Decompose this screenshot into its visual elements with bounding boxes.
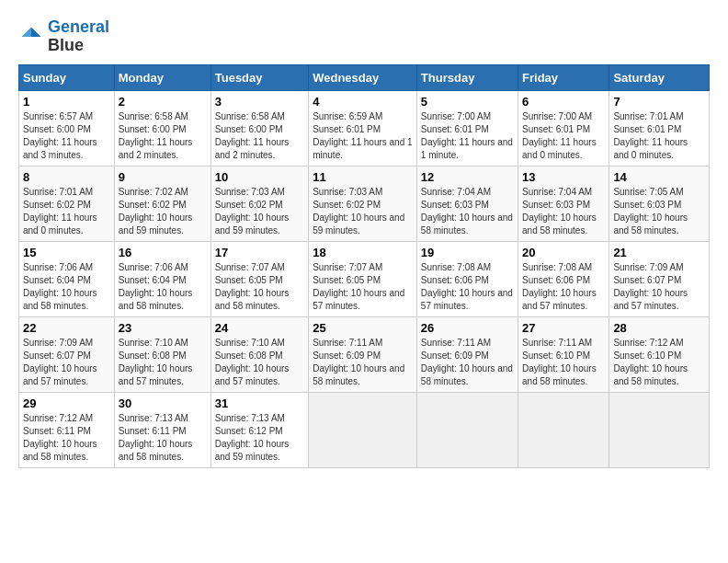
- col-header-friday: Friday: [518, 64, 609, 90]
- day-number: 25: [313, 321, 413, 335]
- day-number: 11: [313, 170, 413, 184]
- day-number: 4: [313, 95, 413, 109]
- day-cell: 19Sunrise: 7:08 AMSunset: 6:06 PMDayligh…: [416, 241, 518, 316]
- day-number: 5: [421, 95, 514, 109]
- day-info: Sunrise: 6:58 AMSunset: 6:00 PMDaylight:…: [215, 110, 304, 162]
- day-info: Sunrise: 7:04 AMSunset: 6:03 PMDaylight:…: [522, 186, 605, 237]
- week-row-4: 22Sunrise: 7:09 AMSunset: 6:07 PMDayligh…: [19, 316, 710, 392]
- day-info: Sunrise: 7:07 AMSunset: 6:05 PMDaylight:…: [313, 261, 413, 313]
- day-info: Sunrise: 7:10 AMSunset: 6:08 PMDaylight:…: [119, 337, 207, 388]
- day-number: 6: [522, 95, 605, 109]
- day-number: 7: [613, 95, 705, 109]
- day-cell: 27Sunrise: 7:11 AMSunset: 6:10 PMDayligh…: [518, 316, 609, 392]
- day-number: 28: [613, 321, 705, 335]
- week-row-5: 29Sunrise: 7:12 AMSunset: 6:11 PMDayligh…: [19, 392, 710, 467]
- day-number: 29: [23, 396, 110, 410]
- col-header-wednesday: Wednesday: [309, 64, 417, 90]
- day-number: 20: [522, 246, 605, 259]
- svg-marker-0: [31, 27, 41, 37]
- calendar-table: SundayMondayTuesdayWednesdayThursdayFrid…: [18, 64, 710, 468]
- day-info: Sunrise: 7:00 AMSunset: 6:01 PMDaylight:…: [421, 110, 514, 162]
- day-info: Sunrise: 7:06 AMSunset: 6:04 PMDaylight:…: [23, 261, 110, 313]
- day-number: 30: [119, 396, 207, 410]
- day-cell: [309, 392, 417, 467]
- page-header: General Blue: [18, 18, 710, 55]
- day-info: Sunrise: 7:13 AMSunset: 6:11 PMDaylight:…: [119, 412, 207, 464]
- logo-icon: [18, 24, 44, 50]
- day-info: Sunrise: 7:11 AMSunset: 6:09 PMDaylight:…: [313, 337, 413, 388]
- week-row-1: 1Sunrise: 6:57 AMSunset: 6:00 PMDaylight…: [19, 90, 710, 166]
- day-cell: 18Sunrise: 7:07 AMSunset: 6:05 PMDayligh…: [309, 241, 417, 316]
- day-cell: 26Sunrise: 7:11 AMSunset: 6:09 PMDayligh…: [416, 316, 518, 392]
- day-number: 31: [215, 396, 304, 410]
- day-number: 3: [215, 95, 304, 109]
- day-number: 18: [313, 246, 413, 259]
- day-info: Sunrise: 7:10 AMSunset: 6:08 PMDaylight:…: [215, 337, 304, 388]
- day-cell: 8Sunrise: 7:01 AMSunset: 6:02 PMDaylight…: [19, 166, 115, 241]
- day-info: Sunrise: 6:59 AMSunset: 6:01 PMDaylight:…: [313, 110, 413, 162]
- day-number: 12: [421, 170, 514, 184]
- day-cell: 24Sunrise: 7:10 AMSunset: 6:08 PMDayligh…: [210, 316, 308, 392]
- day-cell: 1Sunrise: 6:57 AMSunset: 6:00 PMDaylight…: [19, 90, 115, 166]
- svg-marker-1: [22, 27, 32, 37]
- calendar-header-row: SundayMondayTuesdayWednesdayThursdayFrid…: [19, 64, 710, 90]
- day-cell: [518, 392, 609, 467]
- col-header-sunday: Sunday: [19, 64, 115, 90]
- day-info: Sunrise: 7:05 AMSunset: 6:03 PMDaylight:…: [613, 186, 705, 237]
- day-info: Sunrise: 7:08 AMSunset: 6:06 PMDaylight:…: [522, 261, 605, 313]
- day-cell: 28Sunrise: 7:12 AMSunset: 6:10 PMDayligh…: [609, 316, 710, 392]
- day-number: 22: [23, 321, 110, 335]
- day-cell: 9Sunrise: 7:02 AMSunset: 6:02 PMDaylight…: [114, 166, 210, 241]
- day-number: 23: [119, 321, 207, 335]
- logo-text: General Blue: [48, 18, 109, 55]
- day-info: Sunrise: 7:13 AMSunset: 6:12 PMDaylight:…: [215, 412, 304, 464]
- day-cell: 17Sunrise: 7:07 AMSunset: 6:05 PMDayligh…: [210, 241, 308, 316]
- day-cell: 3Sunrise: 6:58 AMSunset: 6:00 PMDaylight…: [210, 90, 308, 166]
- day-info: Sunrise: 7:11 AMSunset: 6:10 PMDaylight:…: [522, 337, 605, 388]
- day-cell: 12Sunrise: 7:04 AMSunset: 6:03 PMDayligh…: [416, 166, 518, 241]
- day-info: Sunrise: 6:57 AMSunset: 6:00 PMDaylight:…: [23, 110, 110, 162]
- day-cell: 31Sunrise: 7:13 AMSunset: 6:12 PMDayligh…: [210, 392, 308, 467]
- day-number: 21: [613, 246, 705, 259]
- day-cell: 23Sunrise: 7:10 AMSunset: 6:08 PMDayligh…: [114, 316, 210, 392]
- day-info: Sunrise: 7:02 AMSunset: 6:02 PMDaylight:…: [119, 186, 207, 237]
- day-cell: 29Sunrise: 7:12 AMSunset: 6:11 PMDayligh…: [19, 392, 115, 467]
- day-number: 15: [23, 246, 110, 259]
- logo: General Blue: [18, 18, 109, 55]
- day-cell: 15Sunrise: 7:06 AMSunset: 6:04 PMDayligh…: [19, 241, 115, 316]
- day-info: Sunrise: 7:07 AMSunset: 6:05 PMDaylight:…: [215, 261, 304, 313]
- day-cell: 20Sunrise: 7:08 AMSunset: 6:06 PMDayligh…: [518, 241, 609, 316]
- day-cell: 5Sunrise: 7:00 AMSunset: 6:01 PMDaylight…: [416, 90, 518, 166]
- day-cell: 6Sunrise: 7:00 AMSunset: 6:01 PMDaylight…: [518, 90, 609, 166]
- day-info: Sunrise: 7:00 AMSunset: 6:01 PMDaylight:…: [522, 110, 605, 162]
- day-cell: 14Sunrise: 7:05 AMSunset: 6:03 PMDayligh…: [609, 166, 710, 241]
- day-info: Sunrise: 7:03 AMSunset: 6:02 PMDaylight:…: [313, 186, 413, 237]
- day-info: Sunrise: 7:03 AMSunset: 6:02 PMDaylight:…: [215, 186, 304, 237]
- day-number: 19: [421, 246, 514, 259]
- day-cell: 13Sunrise: 7:04 AMSunset: 6:03 PMDayligh…: [518, 166, 609, 241]
- day-number: 16: [119, 246, 207, 259]
- day-info: Sunrise: 7:11 AMSunset: 6:09 PMDaylight:…: [421, 337, 514, 388]
- day-info: Sunrise: 6:58 AMSunset: 6:00 PMDaylight:…: [119, 110, 207, 162]
- day-number: 17: [215, 246, 304, 259]
- week-row-3: 15Sunrise: 7:06 AMSunset: 6:04 PMDayligh…: [19, 241, 710, 316]
- day-cell: 30Sunrise: 7:13 AMSunset: 6:11 PMDayligh…: [114, 392, 210, 467]
- day-cell: [416, 392, 518, 467]
- day-number: 2: [119, 95, 207, 109]
- day-cell: 4Sunrise: 6:59 AMSunset: 6:01 PMDaylight…: [309, 90, 417, 166]
- day-cell: 25Sunrise: 7:11 AMSunset: 6:09 PMDayligh…: [309, 316, 417, 392]
- day-info: Sunrise: 7:06 AMSunset: 6:04 PMDaylight:…: [119, 261, 207, 313]
- day-info: Sunrise: 7:08 AMSunset: 6:06 PMDaylight:…: [421, 261, 514, 313]
- week-row-2: 8Sunrise: 7:01 AMSunset: 6:02 PMDaylight…: [19, 166, 710, 241]
- day-number: 14: [613, 170, 705, 184]
- day-number: 9: [119, 170, 207, 184]
- day-number: 24: [215, 321, 304, 335]
- col-header-monday: Monday: [114, 64, 210, 90]
- day-info: Sunrise: 7:01 AMSunset: 6:02 PMDaylight:…: [23, 186, 110, 237]
- day-cell: 16Sunrise: 7:06 AMSunset: 6:04 PMDayligh…: [114, 241, 210, 316]
- day-info: Sunrise: 7:12 AMSunset: 6:11 PMDaylight:…: [23, 412, 110, 464]
- day-number: 8: [23, 170, 110, 184]
- col-header-thursday: Thursday: [416, 64, 518, 90]
- day-info: Sunrise: 7:04 AMSunset: 6:03 PMDaylight:…: [421, 186, 514, 237]
- day-info: Sunrise: 7:09 AMSunset: 6:07 PMDaylight:…: [613, 261, 705, 313]
